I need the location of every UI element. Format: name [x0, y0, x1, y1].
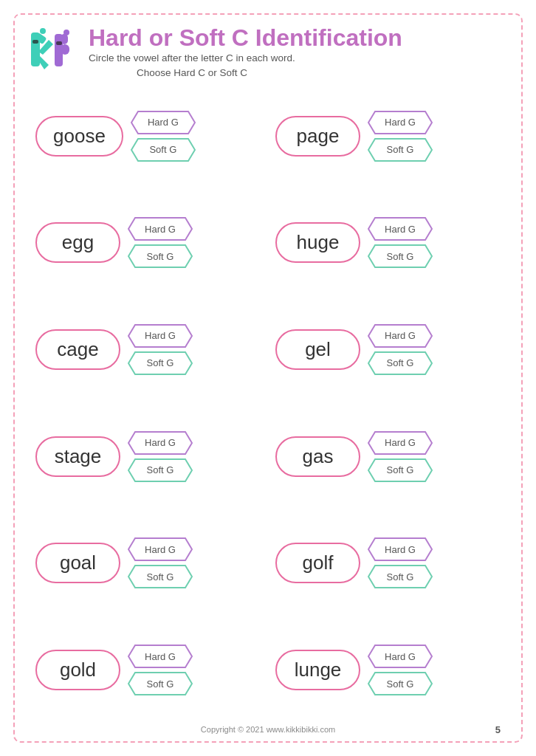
- word-pill: gel: [275, 329, 360, 370]
- choices-stack: Hard G Soft G: [368, 217, 433, 268]
- svg-rect-7: [61, 44, 69, 55]
- header: Hard or Soft C Identification Circle the…: [28, 25, 508, 81]
- hard-g-button[interactable]: Hard G: [128, 645, 193, 668]
- soft-g-button[interactable]: Soft G: [368, 672, 433, 695]
- word-row: lunge Hard G Soft G: [275, 619, 501, 721]
- footer: Copyright © 2021 www.kikkibikki.com 5: [28, 725, 508, 734]
- word-pill: huge: [275, 222, 360, 263]
- word-row: gel Hard G Soft G: [275, 299, 501, 400]
- word-row: stage Hard G Soft G: [35, 406, 261, 507]
- svg-rect-4: [32, 40, 38, 44]
- choices-stack: Hard G Soft G: [368, 324, 433, 375]
- hard-g-button[interactable]: Hard G: [131, 111, 196, 134]
- words-grid: goose Hard G Soft G page Hard G Soft G e…: [28, 86, 508, 721]
- soft-g-button[interactable]: Soft G: [368, 458, 433, 482]
- soft-g-button[interactable]: Soft G: [128, 565, 193, 588]
- word-row: egg Hard G Soft G: [35, 192, 261, 293]
- word-pill: golf: [275, 543, 360, 583]
- svg-point-10: [63, 30, 69, 35]
- soft-g-button[interactable]: Soft G: [368, 244, 433, 268]
- soft-g-button[interactable]: Soft G: [128, 672, 193, 695]
- outer-border: Hard or Soft C Identification Circle the…: [13, 13, 523, 743]
- word-row: goal Hard G Soft G: [35, 513, 261, 614]
- word-pill: goose: [35, 116, 123, 157]
- word-pill: page: [275, 116, 360, 157]
- word-row: gold Hard G Soft G: [35, 619, 261, 721]
- word-row: golf Hard G Soft G: [275, 513, 501, 614]
- svg-marker-3: [38, 55, 49, 69]
- svg-point-9: [40, 28, 46, 34]
- choices-stack: Hard G Soft G: [128, 217, 193, 268]
- hard-g-button[interactable]: Hard G: [368, 431, 433, 455]
- hard-g-button[interactable]: Hard G: [368, 537, 433, 561]
- copyright-text: Copyright © 2021 www.kikkibikki.com: [201, 725, 335, 734]
- word-row: goose Hard G Soft G: [35, 86, 261, 187]
- choices-stack: Hard G Soft G: [128, 537, 193, 588]
- word-pill: goal: [35, 543, 120, 583]
- hard-g-button[interactable]: Hard G: [128, 324, 193, 348]
- soft-g-button[interactable]: Soft G: [131, 138, 196, 162]
- choices-stack: Hard G Soft G: [128, 645, 193, 695]
- header-text: Hard or Soft C Identification Circle the…: [89, 25, 402, 81]
- choices-stack: Hard G Soft G: [368, 431, 433, 482]
- hard-g-button[interactable]: Hard G: [368, 217, 433, 241]
- choices-stack: Hard G Soft G: [128, 431, 193, 482]
- page-number: 5: [495, 724, 501, 735]
- word-pill: gold: [35, 650, 120, 690]
- word-row: huge Hard G Soft G: [275, 192, 501, 293]
- soft-g-button[interactable]: Soft G: [368, 351, 433, 375]
- page-title: Hard or Soft C Identification: [89, 25, 402, 51]
- choices-stack: Hard G Soft G: [131, 111, 196, 162]
- choices-stack: Hard G Soft G: [368, 537, 433, 588]
- hard-g-button[interactable]: Hard G: [368, 111, 433, 134]
- word-pill: stage: [35, 436, 120, 477]
- svg-rect-8: [56, 41, 62, 45]
- word-pill: egg: [35, 222, 120, 263]
- page-subtitle: Circle the vowel after the letter C in e…: [89, 51, 295, 81]
- hard-g-button[interactable]: Hard G: [368, 645, 433, 668]
- choices-stack: Hard G Soft G: [128, 324, 193, 375]
- choices-stack: Hard G Soft G: [368, 645, 433, 695]
- word-row: cage Hard G Soft G: [35, 299, 261, 400]
- logo-icon: [28, 27, 81, 80]
- word-row: gas Hard G Soft G: [275, 406, 501, 507]
- soft-g-button[interactable]: Soft G: [128, 458, 193, 482]
- word-pill: cage: [35, 329, 120, 370]
- hard-g-button[interactable]: Hard G: [128, 537, 193, 561]
- choices-stack: Hard G Soft G: [368, 111, 433, 162]
- soft-g-button[interactable]: Soft G: [368, 138, 433, 162]
- hard-g-button[interactable]: Hard G: [128, 431, 193, 455]
- page: Hard or Soft C Identification Circle the…: [0, 0, 536, 756]
- soft-g-button[interactable]: Soft G: [128, 351, 193, 375]
- word-pill: gas: [275, 436, 360, 477]
- soft-g-button[interactable]: Soft G: [368, 565, 433, 588]
- hard-g-button[interactable]: Hard G: [128, 217, 193, 241]
- word-row: page Hard G Soft G: [275, 86, 501, 187]
- hard-g-button[interactable]: Hard G: [368, 324, 433, 348]
- word-pill: lunge: [275, 650, 360, 690]
- soft-g-button[interactable]: Soft G: [128, 244, 193, 268]
